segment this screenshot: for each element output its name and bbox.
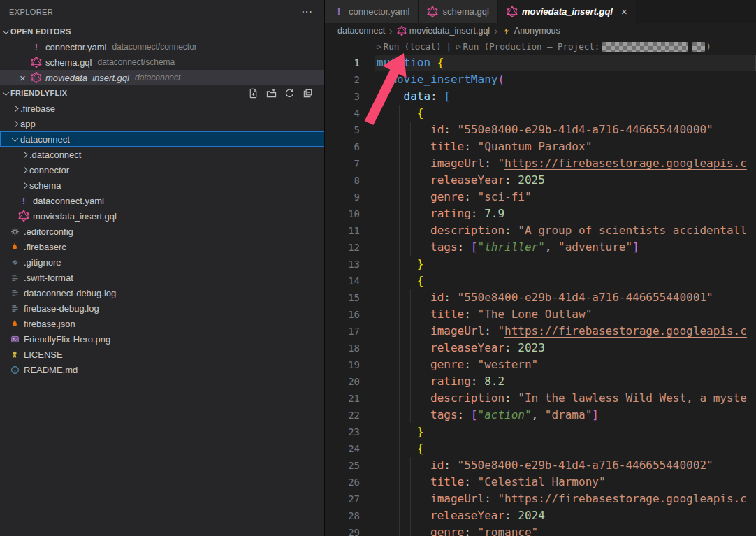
line-number: 28 bbox=[325, 507, 360, 524]
code-line-5[interactable]: 5 id: "550e8400-e29b-41d4-a716-446655440… bbox=[325, 122, 756, 138]
tree-item-FriendlyFlix-Hero.png[interactable]: FriendlyFlix-Hero.png bbox=[0, 331, 324, 347]
code-line-27[interactable]: 27 imageUrl: "https://firebasestorage.go… bbox=[325, 491, 756, 507]
gear-icon bbox=[9, 226, 20, 237]
tree-item-connector[interactable]: connector bbox=[0, 162, 324, 178]
document-lines-icon bbox=[9, 287, 20, 298]
document-lines-icon bbox=[9, 272, 20, 283]
line-number: 20 bbox=[325, 373, 360, 390]
play-icon: ▷ bbox=[377, 42, 381, 51]
code-line-content: tags: ["action", "drama"] bbox=[377, 407, 599, 423]
code-line-26[interactable]: 26 title: "Celestial Harmony" bbox=[325, 474, 756, 491]
tree-item-label: firebase-debug.log bbox=[24, 303, 99, 314]
code-line-28[interactable]: 28 releaseYear: 2024 bbox=[325, 507, 756, 524]
line-number: 12 bbox=[325, 239, 360, 256]
tree-item-label: .firebaserc bbox=[24, 242, 66, 252]
collapse-all-button[interactable] bbox=[302, 87, 314, 99]
code-line-23[interactable]: 23 } bbox=[325, 423, 756, 440]
code-line-content: description: "In the lawless Wild West, … bbox=[377, 390, 747, 407]
code-line-content: id: "550e8400-e29b-41d4-a716-44665544000… bbox=[377, 457, 713, 474]
codelens-run-production[interactable]: ▷ Run (Production – Project: ) bbox=[456, 41, 711, 52]
tree-item-dataconnect-debug.log[interactable]: dataconnect-debug.log bbox=[0, 285, 324, 300]
open-editor-item[interactable]: schema.gqldataconnect/schema bbox=[0, 55, 324, 70]
refresh-button[interactable] bbox=[284, 87, 296, 99]
code-line-19[interactable]: 19 genre: "western" bbox=[325, 356, 756, 373]
open-editor-item[interactable]: !connector.yamldataconnect/connector bbox=[0, 39, 324, 55]
tree-item-.gitignore[interactable]: .gitignore bbox=[0, 254, 324, 270]
line-number: 25 bbox=[325, 457, 360, 474]
line-number: 2 bbox=[325, 71, 360, 88]
code-line-content: genre: "romance" bbox=[377, 524, 538, 536]
tree-item-moviedata_insert.gql[interactable]: moviedata_insert.gql bbox=[0, 208, 324, 224]
tree-item-.dataconnect[interactable]: .dataconnect bbox=[0, 147, 324, 162]
explorer-title: EXPLORER bbox=[9, 8, 53, 16]
yaml-icon: ! bbox=[31, 41, 42, 52]
code-line-4[interactable]: 4 { bbox=[325, 105, 756, 122]
chevron-right-icon bbox=[20, 166, 27, 173]
code-line-12[interactable]: 12 tags: ["thriller", "adventure"] bbox=[325, 239, 756, 256]
tree-item-.swift-format[interactable]: .swift-format bbox=[0, 270, 324, 285]
tree-item-firebase-debug.log[interactable]: firebase-debug.log bbox=[0, 300, 324, 316]
tab-moviedata_insert.gql[interactable]: moviedata_insert.gql× bbox=[498, 0, 637, 23]
code-line-content: } bbox=[377, 256, 423, 273]
tree-item-label: dataconnect.yaml bbox=[33, 196, 104, 206]
code-line-25[interactable]: 25 id: "550e8400-e29b-41d4-a716-44665544… bbox=[325, 457, 756, 474]
tab-schema.gql[interactable]: schema.gql bbox=[419, 0, 497, 23]
code-line-content: imageUrl: "https://firebasestorage.googl… bbox=[377, 323, 747, 340]
code-line-24[interactable]: 24 { bbox=[325, 440, 756, 457]
code-line-2[interactable]: 2 movie_insertMany( bbox=[325, 71, 756, 88]
code-line-13[interactable]: 13 } bbox=[325, 256, 756, 273]
code-line-11[interactable]: 11 description: "A group of scientists a… bbox=[325, 222, 756, 239]
tree-item-LICENSE[interactable]: LICENSE bbox=[0, 347, 324, 362]
graphql-icon bbox=[427, 6, 438, 17]
code-line-18[interactable]: 18 releaseYear: 2023 bbox=[325, 340, 756, 356]
code-line-21[interactable]: 21 description: "In the lawless Wild Wes… bbox=[325, 390, 756, 407]
codelens-run-local[interactable]: ▷ Run (local) bbox=[377, 41, 441, 52]
tree-item-dataconnect[interactable]: dataconnect bbox=[0, 131, 324, 147]
new-file-button[interactable] bbox=[247, 87, 259, 99]
close-icon[interactable]: × bbox=[621, 6, 627, 17]
tree-item-app[interactable]: app bbox=[0, 116, 324, 131]
code-editor: ▷ Run (local) | ▷ Run (Production – Proj… bbox=[325, 38, 756, 536]
tree-item-schema[interactable]: schema bbox=[0, 178, 324, 193]
code-line-22[interactable]: 22 tags: ["action", "drama"] bbox=[325, 407, 756, 423]
tree-item-firebase.json[interactable]: firebase.json bbox=[0, 316, 324, 331]
graphql-icon bbox=[18, 210, 29, 222]
code-line-29[interactable]: 29 genre: "romance" bbox=[325, 524, 756, 536]
tree-item-label: .swift-format bbox=[24, 273, 73, 283]
code-line-15[interactable]: 15 id: "550e8400-e29b-41d4-a716-44665544… bbox=[325, 289, 756, 306]
more-actions-icon[interactable]: ⋯ bbox=[301, 8, 313, 15]
tab-label: moviedata_insert.gql bbox=[522, 6, 613, 17]
breadcrumb-item-moviedata_insert.gql[interactable]: moviedata_insert.gql bbox=[397, 26, 490, 36]
tab-connector.yaml[interactable]: !connector.yaml bbox=[325, 0, 419, 23]
close-icon[interactable]: × bbox=[20, 73, 31, 83]
explorer-sidebar: EXPLORER ⋯ OPEN EDITORS !connector.yamld… bbox=[0, 0, 325, 536]
new-folder-button[interactable] bbox=[266, 87, 277, 99]
code-line-3[interactable]: 3 data: [ bbox=[325, 88, 756, 105]
tree-item-README.md[interactable]: README.md bbox=[0, 362, 324, 377]
tree-item-.firebaserc[interactable]: .firebaserc bbox=[0, 239, 324, 254]
open-editors-header[interactable]: OPEN EDITORS bbox=[0, 24, 324, 39]
breadcrumb-item-dataconnect[interactable]: dataconnect bbox=[337, 26, 385, 36]
code-line-8[interactable]: 8 releaseYear: 2025 bbox=[325, 172, 756, 189]
tree-item-.firebase[interactable]: .firebase bbox=[0, 101, 324, 116]
code-line-6[interactable]: 6 title: "Quantum Paradox" bbox=[325, 138, 756, 155]
code-line-content: id: "550e8400-e29b-41d4-a716-44665544000… bbox=[377, 122, 713, 138]
code-line-14[interactable]: 14 { bbox=[325, 273, 756, 289]
info-icon bbox=[9, 364, 20, 375]
code-line-17[interactable]: 17 imageUrl: "https://firebasestorage.go… bbox=[325, 323, 756, 340]
code-line-10[interactable]: 10 rating: 7.9 bbox=[325, 205, 756, 222]
code-line-7[interactable]: 7 imageUrl: "https://firebasestorage.goo… bbox=[325, 155, 756, 172]
open-editor-item[interactable]: ×moviedata_insert.gqldataconnect bbox=[0, 70, 324, 85]
breadcrumb-item-Anonymous[interactable]: Anonymous bbox=[502, 26, 560, 36]
code-line-content: genre: "sci-fi" bbox=[377, 189, 532, 205]
code-line-16[interactable]: 16 title: "The Lone Outlaw" bbox=[325, 306, 756, 323]
code-line-20[interactable]: 20 rating: 8.2 bbox=[325, 373, 756, 390]
open-editor-label: schema.gql bbox=[45, 57, 92, 68]
tree-item-dataconnect.yaml[interactable]: !dataconnect.yaml bbox=[0, 193, 324, 208]
project-root-header[interactable]: FRIENDLYFLIX bbox=[0, 85, 324, 101]
tree-item-label: .gitignore bbox=[24, 257, 61, 268]
chevron-right-icon bbox=[11, 120, 18, 127]
tree-item-.editorconfig[interactable]: .editorconfig bbox=[0, 224, 324, 239]
code-line-1[interactable]: 1mutation { bbox=[325, 55, 756, 71]
code-line-9[interactable]: 9 genre: "sci-fi" bbox=[325, 189, 756, 205]
